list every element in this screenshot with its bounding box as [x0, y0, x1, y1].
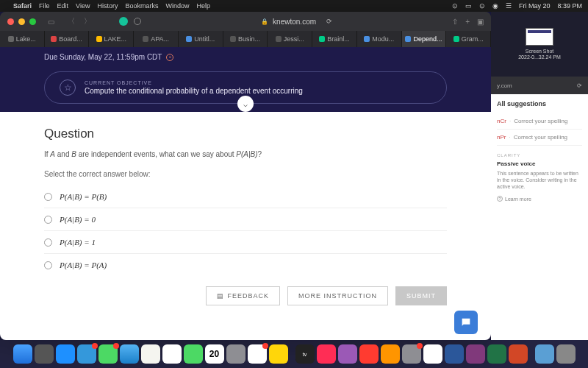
favicon-icon: [230, 36, 236, 42]
dock-tv[interactable]: tv: [295, 344, 315, 364]
question-icon: ?: [497, 196, 503, 202]
favicon-icon: [51, 36, 57, 42]
dock-calendar[interactable]: 20: [205, 344, 224, 364]
radio-icon: [44, 193, 52, 201]
maximize-window-button[interactable]: [29, 18, 36, 25]
more-instruction-button[interactable]: MORE INSTRUCTION: [287, 286, 388, 305]
answer-option[interactable]: P(A|B) = P(A): [44, 254, 447, 276]
new-tab-button[interactable]: +: [465, 18, 470, 26]
menubar-date[interactable]: Fri May 20: [519, 2, 551, 10]
answer-text: P(A|B) = P(A): [60, 261, 107, 269]
menu-history[interactable]: History: [97, 2, 118, 10]
dock-mail[interactable]: [77, 344, 96, 364]
url-text[interactable]: knewton.com: [273, 18, 316, 26]
browser-tab[interactable]: Brainl...: [312, 31, 357, 47]
dock-messages[interactable]: [98, 344, 118, 364]
minimize-window-button[interactable]: [18, 18, 25, 25]
dock-downloads[interactable]: [535, 344, 554, 364]
browser-tab[interactable]: Board...: [45, 31, 90, 47]
dock-podcasts[interactable]: [338, 344, 357, 364]
browser-tab[interactable]: Busin...: [223, 31, 268, 47]
reload-button[interactable]: ⟳: [326, 18, 332, 25]
menubar-time[interactable]: 8:39 PM: [557, 2, 582, 10]
location-icon[interactable]: ◉: [492, 2, 498, 10]
radio-icon: [44, 216, 52, 224]
browser-tab[interactable]: Depend...: [402, 31, 447, 47]
back-button[interactable]: 〈: [68, 16, 75, 26]
secondary-reload-icon[interactable]: ⟳: [577, 82, 582, 89]
wifi-icon[interactable]: ☰: [506, 2, 512, 10]
question-text: If A and B are independent events, what …: [44, 150, 447, 158]
suggestion-item[interactable]: nCr · Correct your spelling: [497, 113, 582, 130]
browser-tab[interactable]: LAKE...: [89, 31, 134, 47]
browser-tab[interactable]: Lake...: [0, 31, 45, 47]
grammarly-icon[interactable]: [119, 17, 128, 26]
search-icon[interactable]: ⊙: [479, 2, 485, 10]
dock-reminders[interactable]: [248, 344, 267, 364]
close-window-button[interactable]: [7, 18, 14, 25]
dock-launchpad[interactable]: [35, 344, 54, 364]
dock-settings[interactable]: [402, 344, 421, 364]
dock-news[interactable]: [359, 344, 379, 364]
suggestion-text: Correct your spelling: [514, 134, 567, 141]
answer-option[interactable]: P(A|B) = P(B): [44, 185, 447, 208]
safari-window: ▭ 〈 〉 🔒 knewton.com ⟳ ⇧ + ▣ Lake...Board…: [0, 12, 491, 340]
dock-books[interactable]: [381, 344, 400, 364]
dock-contacts[interactable]: [226, 344, 245, 364]
feedback-button[interactable]: ▤FEEDBACK: [206, 286, 280, 305]
favicon-icon: [96, 36, 102, 42]
dock-onenote[interactable]: [466, 344, 485, 364]
expand-button[interactable]: ⌵: [237, 96, 254, 112]
dock-maps[interactable]: [141, 344, 160, 364]
suggestions-header: All suggestions: [497, 100, 582, 107]
objective-description: Compute the conditional probability of a…: [85, 87, 303, 95]
dock-excel[interactable]: [487, 344, 506, 364]
answer-option[interactable]: P(A|B) = 0: [44, 208, 447, 231]
app-name[interactable]: Safari: [13, 2, 32, 10]
screenshot-label: Screen Shot 2022-0...32.24 PM: [518, 49, 561, 61]
forward-button[interactable]: 〉: [84, 16, 91, 26]
menu-help[interactable]: Help: [196, 2, 210, 10]
dock-trash[interactable]: [556, 344, 576, 364]
dock-word[interactable]: [445, 344, 464, 364]
chat-button[interactable]: [454, 311, 478, 334]
submit-button[interactable]: SUBMIT: [395, 286, 447, 305]
dock-app-store[interactable]: [56, 344, 75, 364]
browser-tab[interactable]: APA...: [134, 31, 179, 47]
answer-option[interactable]: P(A|B) = 1: [44, 231, 447, 254]
menu-edit[interactable]: Edit: [57, 2, 69, 10]
browser-tab[interactable]: Jessi...: [268, 31, 312, 47]
tabs-overview-button[interactable]: ▣: [477, 18, 484, 26]
suggestion-tag: nCr: [497, 118, 506, 124]
shield-icon[interactable]: [134, 18, 141, 25]
sidebar-toggle-icon[interactable]: ▭: [48, 18, 54, 26]
favicon-icon: [405, 36, 411, 42]
dock-notes[interactable]: [269, 344, 288, 364]
secondary-url[interactable]: y.com: [497, 82, 512, 89]
browser-tab[interactable]: Untitl...: [179, 31, 223, 47]
browser-tab[interactable]: Modu...: [357, 31, 402, 47]
macos-menubar: Safari File Edit View History Bookmarks …: [0, 0, 588, 12]
tab-label: LAKE...: [104, 35, 127, 43]
share-button[interactable]: ⇧: [452, 18, 458, 26]
suggestion-item[interactable]: nPr · Correct your spelling: [497, 130, 582, 146]
passive-voice-title[interactable]: Passive voice: [497, 160, 582, 167]
dock-finder[interactable]: [13, 344, 32, 364]
battery-icon[interactable]: ▭: [465, 2, 472, 10]
dock-photos[interactable]: [162, 344, 182, 364]
star-badge-icon: ☆: [60, 79, 76, 96]
menu-bookmarks[interactable]: Bookmarks: [125, 2, 158, 10]
menu-file[interactable]: File: [39, 2, 50, 10]
menu-view[interactable]: View: [76, 2, 90, 10]
dock-powerpoint[interactable]: [509, 344, 528, 364]
dock-music[interactable]: [317, 344, 336, 364]
tab-label: Busin...: [238, 35, 260, 43]
learn-more-link[interactable]: ? Learn more: [497, 196, 582, 202]
browser-tab[interactable]: Gram...: [446, 31, 491, 47]
dock-safari[interactable]: [120, 344, 139, 364]
screen-record-icon[interactable]: ⊙: [452, 2, 458, 10]
screenshot-thumbnail[interactable]: [526, 28, 553, 46]
dock-chrome[interactable]: [423, 344, 442, 364]
dock-facetime[interactable]: [184, 344, 203, 364]
menu-window[interactable]: Window: [165, 2, 189, 10]
